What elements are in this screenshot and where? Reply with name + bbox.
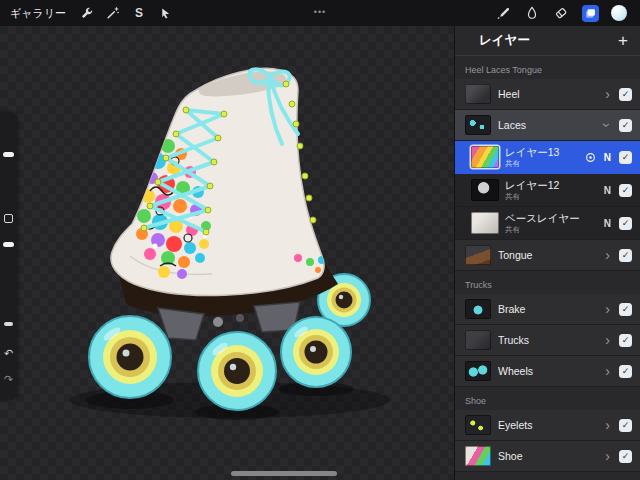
layers-icon[interactable] [577,0,603,26]
chevron-right-icon[interactable]: › [603,364,612,378]
layer-thumbnail [465,115,491,135]
layers-panel: レイヤー + Heel Laces Tongue Heel › ✓ Laces … [454,26,640,480]
layer-thumbnail [465,84,491,104]
color-swatch [611,5,627,21]
gallery-button[interactable]: ギャラリー [10,6,66,21]
visibility-checkbox[interactable]: ✓ [619,119,632,132]
slider-handle[interactable] [4,322,13,326]
sidebar-modify-button[interactable] [4,214,13,223]
layer-subtitle: 共有 [505,192,596,201]
transform-arrow-icon[interactable] [152,0,178,26]
layer-meta: レイヤー13 共有 [505,146,579,169]
section-label: Heel Laces Tongue [465,65,542,75]
redo-button[interactable]: ↷ [0,374,17,385]
layer-row-brake[interactable]: Brake › ✓ [455,294,640,325]
layer-row-layer13[interactable]: レイヤー13 共有 N ✓ [455,141,640,174]
chevron-right-icon[interactable]: › [603,248,612,262]
section-header-heel-laces-tongue: Heel Laces Tongue [455,56,640,79]
visibility-checkbox[interactable]: ✓ [619,365,632,378]
check-icon: ✓ [622,305,630,314]
check-icon: ✓ [622,219,630,228]
layer-thumbnail [471,146,499,168]
layer-options-icon[interactable] [585,152,596,163]
layer-row-heel[interactable]: Heel › ✓ [455,79,640,110]
layer-label: Trucks [498,334,596,346]
check-icon: ✓ [622,336,630,345]
layer-thumbnail [471,179,499,201]
layer-thumbnail [465,361,491,381]
visibility-checkbox[interactable]: ✓ [619,88,632,101]
layer-row-tongue[interactable]: Tongue › ✓ [455,240,640,271]
layer-row-laces[interactable]: Laces › ✓ [455,110,640,141]
visibility-checkbox[interactable]: ✓ [619,334,632,347]
chevron-right-icon[interactable]: › [603,302,612,316]
section-label: Shoe [465,396,486,406]
wheel-front-left [89,316,171,398]
multitask-menu-icon[interactable]: ••• [314,7,326,17]
undo-button[interactable]: ↶ [0,348,17,359]
blend-mode-button[interactable]: N [602,152,613,163]
section-header-trucks: Trucks [455,271,640,294]
layer-row-wheels[interactable]: Wheels › ✓ [455,356,640,387]
canvas[interactable] [0,26,454,480]
section-label: Trucks [465,280,492,290]
check-icon: ✓ [622,121,630,130]
layer-subtitle: 共有 [505,159,579,168]
roller-skate-artwork [0,26,454,480]
layer-label: Eyelets [498,419,596,431]
brush-opacity-slider-handle[interactable] [3,242,14,247]
layer-row-shoe[interactable]: Shoe › ✓ [455,441,640,472]
blend-mode-button[interactable]: N [602,218,613,229]
layer-thumbnail [465,299,491,319]
layer-row-base[interactable]: ベースレイヤー 共有 N ✓ [455,207,640,240]
layer-row-trucks[interactable]: Trucks › ✓ [455,325,640,356]
blend-mode-button[interactable]: N [602,185,613,196]
add-layer-button[interactable]: + [618,28,628,54]
wheel-front-center [198,332,276,410]
visibility-checkbox[interactable]: ✓ [619,249,632,262]
chevron-right-icon[interactable]: › [603,449,612,463]
visibility-checkbox[interactable]: ✓ [619,217,632,230]
layer-thumbnail [465,415,491,435]
erase-icon[interactable] [548,0,574,26]
layer-row-layer12[interactable]: レイヤー12 共有 N ✓ [455,174,640,207]
chevron-right-icon[interactable]: › [603,418,612,432]
visibility-checkbox[interactable]: ✓ [619,151,632,164]
chevron-right-icon[interactable]: › [603,87,612,101]
layer-label: Laces [498,119,596,131]
layer-row-eyelets[interactable]: Eyelets › ✓ [455,410,640,441]
check-icon: ✓ [622,367,630,376]
layer-label: Tongue [498,249,596,261]
chevron-down-icon[interactable]: › [601,121,615,130]
layer-label: Shoe [498,450,596,462]
brush-size-slider-handle[interactable] [3,152,14,157]
adjustments-wand-icon[interactable] [100,0,126,26]
check-icon: ✓ [622,452,630,461]
layer-meta: ベースレイヤー 共有 [505,212,596,235]
check-icon: ✓ [622,90,630,99]
check-icon: ✓ [622,251,630,260]
layer-meta: レイヤー12 共有 [505,179,596,202]
check-icon: ✓ [622,186,630,195]
paint-brush-icon[interactable] [490,0,516,26]
layer-subtitle: 共有 [505,225,596,234]
smudge-icon[interactable] [519,0,545,26]
topbar: ギャラリー S ••• [0,0,640,26]
layer-thumbnail [471,212,499,234]
visibility-checkbox[interactable]: ✓ [619,184,632,197]
home-indicator[interactable] [231,471,337,476]
color-icon[interactable] [606,0,632,26]
layers-list: Heel Laces Tongue Heel › ✓ Laces › ✓ レイヤ… [455,56,640,472]
chevron-right-icon[interactable]: › [603,333,612,347]
layer-label: Wheels [498,365,596,377]
brush-sidebar: ↶ ↷ [0,112,17,400]
actions-wrench-icon[interactable] [74,0,100,26]
layer-thumbnail [465,245,491,265]
visibility-checkbox[interactable]: ✓ [619,303,632,316]
visibility-checkbox[interactable]: ✓ [619,450,632,463]
app-window: ギャラリー S ••• [0,0,640,480]
selection-icon[interactable]: S [126,0,152,26]
layers-icon-active-square [582,5,599,22]
layer-thumbnail [465,330,491,350]
visibility-checkbox[interactable]: ✓ [619,419,632,432]
